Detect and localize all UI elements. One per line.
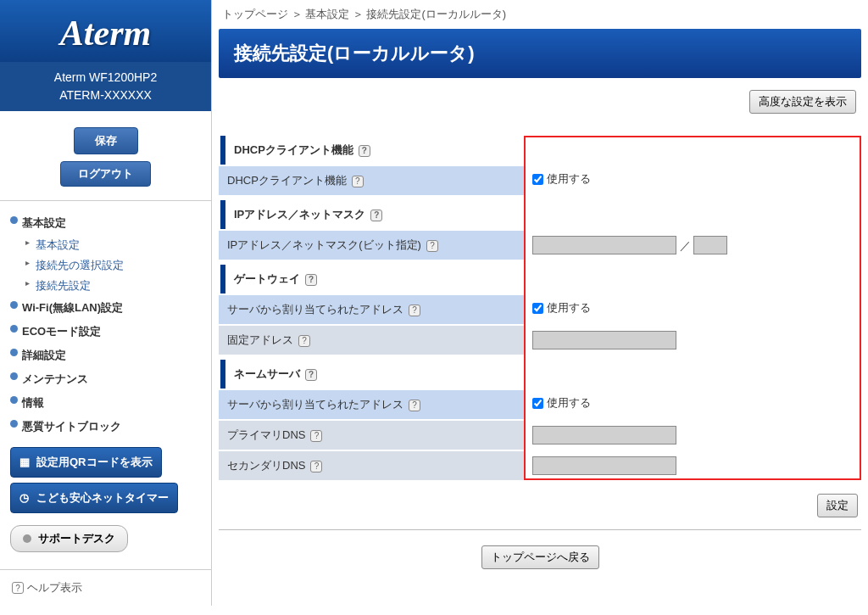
- help-link[interactable]: ?ヘルプ表示: [0, 569, 211, 606]
- label-ip-mask: IPアドレス／ネットマスク(ビット指定)?: [219, 231, 524, 260]
- help-icon[interactable]: ?: [310, 430, 322, 442]
- ip-address-input[interactable]: [532, 236, 676, 254]
- support-button[interactable]: サポートデスク: [10, 525, 128, 552]
- nav-maint[interactable]: メンテナンス: [10, 367, 201, 391]
- nav-basic[interactable]: 基本設定: [10, 211, 201, 235]
- nav-wifi[interactable]: Wi-Fi(無線LAN)設定: [10, 296, 201, 320]
- qr-icon: ▦: [19, 456, 33, 468]
- apply-button[interactable]: 設定: [817, 494, 858, 517]
- label-ns-primary: プライマリDNS?: [219, 421, 524, 450]
- label-gw-fixed: 固定アドレス?: [219, 326, 524, 355]
- nav-detail[interactable]: 詳細設定: [10, 344, 201, 367]
- section-nameserver: ネームサーバ?: [220, 360, 861, 389]
- gw-use-checkbox[interactable]: 使用する: [532, 301, 591, 314]
- help-icon[interactable]: ?: [352, 176, 364, 187]
- qr-code-button[interactable]: ▦設定用QRコードを表示: [10, 447, 162, 478]
- label-ns-secondary: セカンダリDNS?: [219, 451, 524, 480]
- section-gateway: ゲートウェイ?: [220, 265, 861, 294]
- model-name: Aterm WF1200HP2: [0, 69, 211, 87]
- help-icon: ?: [12, 582, 24, 594]
- ns-use-checkbox[interactable]: 使用する: [532, 396, 591, 409]
- label-ns-server: サーバから割り当てられたアドレス?: [219, 390, 524, 419]
- netmask-input[interactable]: [693, 236, 727, 254]
- kids-timer-button[interactable]: ◷こども安心ネットタイマー: [10, 483, 178, 513]
- help-icon[interactable]: ?: [409, 305, 420, 316]
- label-dhcp-func: DHCPクライアント機能?: [219, 166, 524, 195]
- advanced-settings-button[interactable]: 高度な設定を表示: [749, 90, 856, 114]
- gw-fixed-input[interactable]: [532, 331, 676, 349]
- help-icon[interactable]: ?: [370, 210, 382, 221]
- logo: Aterm: [8, 13, 203, 53]
- nav-info[interactable]: 情報: [10, 391, 201, 415]
- logout-button[interactable]: ログアウト: [60, 161, 151, 187]
- model-id: ATERM-XXXXXX: [0, 87, 211, 104]
- section-ip: IPアドレス／ネットマスク?: [220, 200, 861, 229]
- back-to-top-button[interactable]: トップページへ戻る: [481, 545, 599, 569]
- support-label: サポートデスク: [38, 532, 115, 545]
- help-icon[interactable]: ?: [426, 240, 438, 252]
- nav-basic-sub3[interactable]: 接続先設定: [25, 276, 201, 296]
- dhcp-use-checkbox[interactable]: 使用する: [532, 172, 591, 185]
- qr-code-label: 設定用QRコードを表示: [36, 456, 153, 468]
- help-icon[interactable]: ?: [409, 400, 420, 411]
- secondary-dns-input[interactable]: [532, 456, 676, 475]
- slash-separator: ／: [680, 239, 691, 252]
- clock-icon: ◷: [19, 491, 33, 504]
- save-button[interactable]: 保存: [74, 127, 138, 154]
- help-icon[interactable]: ?: [305, 369, 317, 381]
- help-label: ヘルプ表示: [27, 581, 82, 594]
- nav-basic-sub1[interactable]: 基本設定: [25, 235, 201, 255]
- help-icon[interactable]: ?: [305, 274, 317, 286]
- label-gw-server: サーバから割り当てられたアドレス?: [219, 295, 524, 324]
- help-icon[interactable]: ?: [298, 335, 310, 347]
- help-icon[interactable]: ?: [359, 145, 370, 157]
- nav-basic-sub2[interactable]: 接続先の選択設定: [25, 255, 201, 276]
- section-dhcp: DHCPクライアント機能?: [220, 136, 861, 165]
- bullet-icon: [23, 534, 31, 543]
- kids-timer-label: こども安心ネットタイマー: [36, 491, 169, 504]
- breadcrumb: トップページ ＞ 基本設定 ＞ 接続先設定(ローカルルータ): [219, 0, 861, 29]
- primary-dns-input[interactable]: [532, 426, 676, 444]
- model-info: Aterm WF1200HP2 ATERM-XXXXXX: [0, 62, 211, 111]
- nav-eco[interactable]: ECOモード設定: [10, 320, 201, 344]
- help-icon[interactable]: ?: [310, 461, 322, 472]
- page-title: 接続先設定(ローカルルータ): [219, 29, 861, 78]
- nav-siteblock[interactable]: 悪質サイトブロック: [10, 415, 201, 439]
